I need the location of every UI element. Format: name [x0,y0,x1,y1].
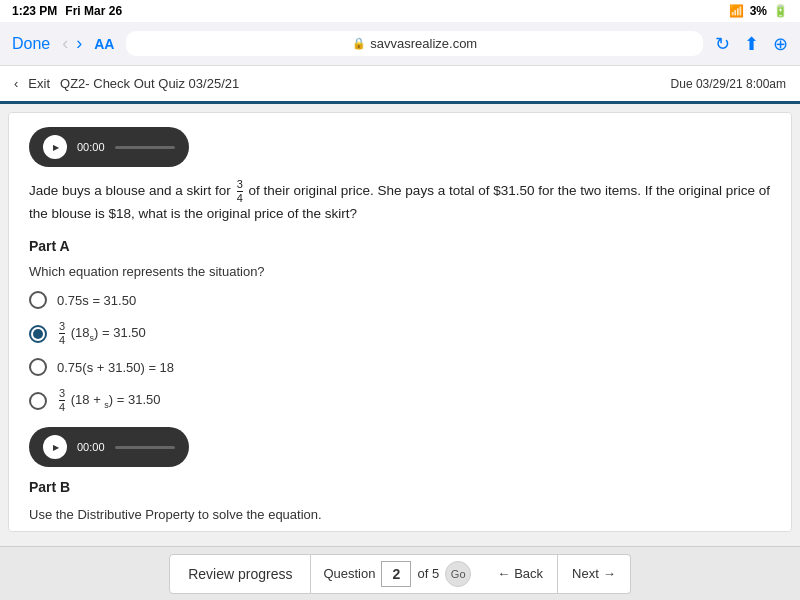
option-2-text: 3 4 (18s) = 31.50 [57,321,146,346]
options-list: 0.75s = 31.50 3 4 (18s) = 31.50 0.75(s +… [29,291,771,413]
back-nav-arrow[interactable]: ‹ [62,33,68,54]
audio-time-2: 00:00 [77,441,105,453]
exit-button[interactable]: Exit [28,76,50,91]
due-date: Due 03/29/21 8:00am [671,77,786,91]
next-button[interactable]: Next → [558,554,631,594]
quiz-title: QZ2- Check Out Quiz 03/25/21 [60,76,239,91]
audio-track-1[interactable] [115,146,175,149]
battery-display: 3% [750,4,767,18]
question-label: Question [323,566,375,581]
lock-icon: 🔒 [352,37,366,50]
next-label: Next [572,566,599,581]
option-3[interactable]: 0.75(s + 31.50) = 18 [29,358,771,376]
part-a-question: Which equation represents the situation? [29,264,771,279]
status-bar: 1:23 PM Fri Mar 26 📶 3% 🔋 [0,0,800,22]
fraction-option2: 3 4 [59,321,65,346]
radio-3[interactable] [29,358,47,376]
radio-4[interactable] [29,392,47,410]
part-a-label: Part A [29,238,771,254]
bookmarks-button[interactable]: ⊕ [773,33,788,55]
bottom-bar: Review progress Question 2 of 5 Go ← Bac… [0,546,800,600]
radio-2-inner [33,329,43,339]
radio-1[interactable] [29,291,47,309]
option-3-text: 0.75(s + 31.50) = 18 [57,360,174,375]
fraction-option4: 3 4 [59,388,65,413]
back-button[interactable]: ← Back [483,554,558,594]
text-size-button[interactable]: AA [94,36,114,52]
forward-nav-arrow[interactable]: › [76,33,82,54]
radio-2[interactable] [29,325,47,343]
review-progress-button[interactable]: Review progress [169,554,311,594]
play-button-2[interactable]: ▶ [43,435,67,459]
back-arrow-icon: ← [497,566,510,581]
question-number-box: 2 [381,561,411,587]
go-label: Go [451,568,466,580]
time-display: 1:23 PM [12,4,57,18]
reload-button[interactable]: ↻ [715,33,730,55]
option-2[interactable]: 3 4 (18s) = 31.50 [29,321,771,346]
play-icon-2: ▶ [53,443,59,452]
play-icon-1: ▶ [53,143,59,152]
wifi-icon: 📶 [729,4,744,18]
of-label: of 5 [417,566,439,581]
option-1[interactable]: 0.75s = 31.50 [29,291,771,309]
next-arrow-icon: → [603,566,616,581]
part-b-instruction-2: Enter your answer in the box. [29,529,771,532]
date-display: Fri Mar 26 [65,4,122,18]
quiz-header: ‹ Exit QZ2- Check Out Quiz 03/25/21 Due … [0,66,800,104]
go-button[interactable]: Go [445,561,471,587]
part-b-label: Part B [29,479,771,495]
share-button[interactable]: ⬆ [744,33,759,55]
option-4-text: 3 4 (18 + s) = 31.50 [57,388,161,413]
url-bar[interactable]: 🔒 savvasrealize.com [126,31,703,56]
option-4[interactable]: 3 4 (18 + s) = 31.50 [29,388,771,413]
audio-time-1: 00:00 [77,141,105,153]
part-b-section: Part B Use the Distributive Property to … [29,479,771,532]
content-area: ▶ 00:00 Jade buys a blouse and a skirt f… [8,112,792,532]
play-button-1[interactable]: ▶ [43,135,67,159]
part-b-instruction-1: Use the Distributive Property to solve t… [29,505,771,525]
url-text: savvasrealize.com [370,36,477,51]
done-button[interactable]: Done [12,35,50,53]
audio-player-2: ▶ 00:00 [29,427,189,467]
audio-track-2[interactable] [115,446,175,449]
arrow-left-icon: ‹ [14,76,18,91]
fraction-3-4: 3 4 [237,179,243,204]
question-nav: Question 2 of 5 Go [311,554,483,594]
question-number: 2 [393,566,401,582]
back-label: Back [514,566,543,581]
problem-text: Jade buys a blouse and a skirt for 3 4 o… [29,179,771,224]
browser-bar: Done ‹ › AA 🔒 savvasrealize.com ↻ ⬆ ⊕ [0,22,800,66]
option-1-text: 0.75s = 31.50 [57,293,136,308]
audio-player-1: ▶ 00:00 [29,127,189,167]
battery-icon: 🔋 [773,4,788,18]
